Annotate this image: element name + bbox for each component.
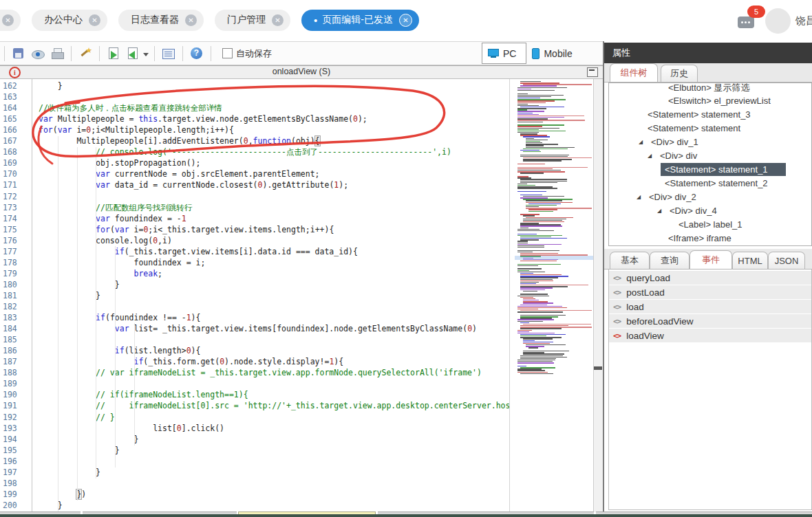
tab-HTML[interactable]: HTML <box>732 252 768 269</box>
code-line[interactable]: foundindex = i; <box>39 258 205 267</box>
event-list[interactable]: <>queryLoad<>postLoad<>load<>beforeLoadV… <box>608 270 812 510</box>
minimize-icon[interactable] <box>587 67 598 77</box>
autosave-toggle[interactable]: 自动保存 <box>222 47 272 60</box>
avatar[interactable] <box>765 8 791 34</box>
code-line[interactable]: Multiplepeople[i].addEventListener(0,fun… <box>39 136 320 146</box>
code-line[interactable]: obj.stopPropagation(); <box>39 158 200 168</box>
code-line[interactable]: // iframeNodeList[0].src = 'http://'+_th… <box>39 401 509 410</box>
pc-button[interactable]: PC <box>482 43 526 64</box>
line-number: 200 <box>3 500 17 510</box>
print-icon[interactable] <box>50 47 64 60</box>
code-line[interactable]: var list= _this.target.view.items[foundi… <box>39 324 477 333</box>
code-line[interactable]: } <box>39 434 138 444</box>
tree-item-div_1[interactable]: ◢<Div> div_1 <box>609 135 811 149</box>
panel-splitter[interactable] <box>603 41 604 517</box>
event-row-loadView[interactable]: <>loadView <box>609 329 811 343</box>
code-line[interactable]: if(_this.form.get(0).node.style.display!… <box>39 357 343 366</box>
code-line[interactable]: if(foundindex !== -1){ <box>39 313 200 322</box>
code-line[interactable]: }) <box>39 490 86 499</box>
browser-tab-3[interactable]: 日志查看器✕ <box>118 10 204 31</box>
code-line[interactable]: } <box>39 468 100 477</box>
magic-wand-icon[interactable]: ★ <box>78 47 92 60</box>
code-line[interactable]: list[0].click() <box>39 424 224 433</box>
code-line[interactable]: // if(iframeNodeList.length==1){ <box>39 390 248 399</box>
tree-item-显示筛选[interactable]: <Elbutton> 显示筛选 <box>609 82 811 94</box>
browser-tab-1[interactable]: 理✕ <box>0 10 21 31</box>
tree-item-statement_2[interactable]: <Statement> statement_2 <box>609 177 811 190</box>
code-line[interactable]: } <box>39 81 63 91</box>
tree-expand-icon[interactable]: ◢ <box>657 208 661 214</box>
tab-close-icon[interactable]: ✕ <box>399 14 412 27</box>
line-number: 174 <box>3 214 17 223</box>
help-icon[interactable]: ? <box>190 47 204 60</box>
autosave-checkbox[interactable] <box>222 48 233 58</box>
code-line[interactable]: //匹配数组序号找到跳转行 <box>39 203 192 213</box>
tab-close-icon[interactable]: ✕ <box>89 14 100 26</box>
tree-item-el_previewList[interactable]: <Elswitch> el_previewList <box>609 94 811 108</box>
code-line[interactable]: // console.log('------------------------… <box>39 147 451 157</box>
code-line[interactable]: //收件箱为多人时，点击标题查看直接跳转全部详情 <box>39 103 222 113</box>
editor-scrollbar[interactable] <box>593 79 603 512</box>
line-number: 166 <box>3 125 17 135</box>
tree-expand-icon[interactable]: ◢ <box>648 153 652 159</box>
tab-JSON[interactable]: JSON <box>768 252 805 269</box>
tree-item-iframe[interactable]: <Iframe> iframe <box>609 232 811 245</box>
form-list-icon[interactable] <box>162 47 175 60</box>
code-line[interactable]: } <box>39 291 100 300</box>
tab-close-icon[interactable]: ✕ <box>2 14 14 26</box>
code-line[interactable]: var foundindex = -1 <box>39 214 186 223</box>
scrollbar-marker[interactable] <box>594 366 602 370</box>
tree-item-div[interactable]: ◢<Div> div <box>609 149 811 163</box>
browser-tab-2[interactable]: 办公中心✕ <box>32 10 107 31</box>
mobile-button[interactable]: Mobile <box>526 43 581 63</box>
tree-item-statement_1[interactable]: <Statement> statement_1 <box>609 163 811 177</box>
tab-close-icon[interactable]: ✕ <box>185 14 197 26</box>
minimap-line <box>528 211 553 212</box>
tree-item-div_4[interactable]: ◢<Div> div_4 <box>609 204 811 218</box>
event-row-beforeLoadView[interactable]: <>beforeLoadView <box>609 314 811 329</box>
import-icon[interactable] <box>126 47 140 60</box>
code-line[interactable]: } <box>39 446 120 455</box>
code-line[interactable]: break; <box>39 269 162 278</box>
preview-eye-icon[interactable] <box>31 47 45 60</box>
line-number: 163 <box>3 92 17 102</box>
event-row-queryLoad[interactable]: <>queryLoad <box>609 271 811 285</box>
export-icon[interactable] <box>107 47 120 60</box>
code-line[interactable]: } <box>39 280 120 289</box>
code-line[interactable]: for(var i=0;i<_this.target.view.items.le… <box>39 225 334 234</box>
indent-guide <box>96 147 96 478</box>
browser-tab-5[interactable]: •页面编辑-已发送✕ <box>301 10 419 31</box>
tab-组件树[interactable]: 组件树 <box>610 63 658 82</box>
minimap[interactable] <box>515 80 593 512</box>
code-line[interactable]: } <box>39 500 63 510</box>
tab-历史[interactable]: 历史 <box>661 65 698 82</box>
code-editor[interactable]: 162 }163164//收件箱为多人时，点击标题查看直接跳转全部详情165va… <box>0 79 509 512</box>
code-line[interactable]: var data_id = currentNode.closest(0).get… <box>39 180 348 190</box>
event-row-postLoad[interactable]: <>postLoad <box>609 285 811 300</box>
minimap-line <box>517 90 555 91</box>
tree-item-div_2[interactable]: ◢<Div> div_2 <box>609 190 811 204</box>
browser-tab-4[interactable]: 门户管理✕ <box>215 10 290 31</box>
tab-查询[interactable]: 查询 <box>650 252 690 269</box>
tree-item-label_1[interactable]: <Label> label_1 <box>609 218 811 232</box>
component-tree[interactable]: <Elbutton> 显示筛选<Elswitch> el_previewList… <box>608 82 812 246</box>
code-line[interactable]: for(var i=0;i<Multiplepeople.length;i++)… <box>39 125 234 135</box>
save-icon[interactable] <box>12 47 25 60</box>
tab-基本[interactable]: 基本 <box>610 252 650 269</box>
tab-close-icon[interactable]: ✕ <box>272 14 284 26</box>
tab-事件[interactable]: 事件 <box>690 250 732 269</box>
tree-item-label: <Div> div <box>660 151 697 161</box>
code-line[interactable]: // var iframeNodeList = _this.target.vie… <box>39 368 482 377</box>
code-line[interactable]: if(list.length>0){ <box>39 346 200 355</box>
code-line[interactable]: var Multiplepeople = this.target.view.no… <box>39 114 367 124</box>
tree-expand-icon[interactable]: ◢ <box>637 194 641 200</box>
tree-item-statement_3[interactable]: <Statement> statement_3 <box>609 108 811 122</box>
event-row-load[interactable]: <>load <box>609 300 811 314</box>
code-line[interactable]: var currentNode = obj.srcElement.parentE… <box>39 169 320 179</box>
tree-item-statement[interactable]: <Statement> statement <box>609 122 811 135</box>
code-line[interactable]: if(_this.target.view.items[i].data.id ==… <box>39 247 358 256</box>
tree-expand-icon[interactable]: ◢ <box>639 139 643 145</box>
import-dropdown-caret[interactable] <box>143 53 149 59</box>
code-line[interactable]: console.log(0,i) <box>39 236 172 245</box>
message-bubble-icon[interactable] <box>738 16 754 28</box>
